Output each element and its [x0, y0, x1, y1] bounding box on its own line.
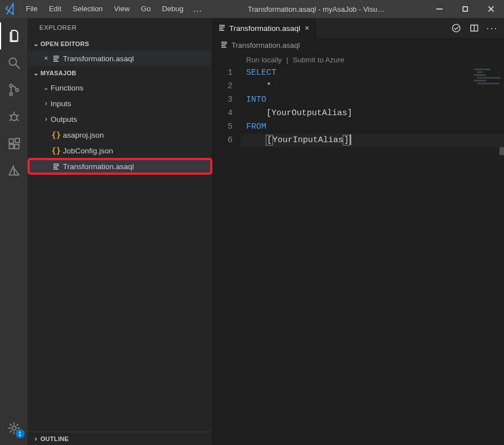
svg-rect-16	[9, 144, 13, 149]
explorer-title: EXPLORER	[28, 18, 212, 37]
tree-file-transformation[interactable]: Transformation.asaql	[28, 158, 212, 174]
code-token: ]	[343, 135, 350, 146]
tree-file-asaproj[interactable]: {} asaproj.json	[28, 127, 212, 143]
tree-label: JobConfig.json	[63, 147, 212, 155]
line-number: 4	[212, 107, 233, 120]
menu-view[interactable]: View	[108, 0, 135, 18]
window-title: Transformation.asaql - myAsaJob - Visu…	[206, 5, 426, 13]
editor-area: Transformation.asaql × ··· Transformatio…	[212, 18, 504, 445]
scrollbar[interactable]	[500, 147, 504, 155]
chevron-right-icon: ›	[31, 435, 40, 443]
breadcrumb[interactable]: Transformation.asaql	[212, 38, 504, 53]
code-indent	[246, 81, 266, 91]
code-token: *	[266, 81, 271, 91]
submit-to-azure-link[interactable]: Submit to Azure	[293, 56, 344, 64]
svg-rect-15	[9, 139, 13, 143]
editor-tabs: Transformation.asaql × ···	[212, 18, 504, 38]
menu-debug[interactable]: Debug	[156, 0, 189, 18]
svg-rect-1	[463, 7, 467, 11]
project-header[interactable]: ⌄ MYASAJOB	[28, 66, 212, 80]
split-editor-icon[interactable]	[469, 23, 479, 33]
window-close-button[interactable]	[478, 0, 504, 18]
activity-extensions-icon[interactable]	[0, 130, 28, 157]
menu-edit[interactable]: Edit	[43, 0, 67, 18]
code-content[interactable]: SELECT * INTO [YourOutputAlias] FROM [Yo…	[240, 66, 504, 445]
code-token: [	[266, 108, 271, 118]
code-indent	[246, 108, 266, 118]
code-token: INTO	[246, 95, 266, 105]
chevron-down-icon: ⌄	[42, 84, 51, 92]
code-lens-actions: Run locally | Submit to Azure	[212, 53, 504, 66]
run-check-icon[interactable]	[451, 23, 461, 33]
window-maximize-button[interactable]	[452, 0, 478, 18]
code-lens-separator: |	[284, 56, 290, 64]
tree-folder-inputs[interactable]: › Inputs	[28, 96, 212, 111]
activity-azure-icon[interactable]	[0, 157, 28, 184]
open-editors-header[interactable]: ⌄ OPEN EDITORS	[28, 37, 212, 51]
minimap[interactable]	[474, 69, 502, 91]
code-indent	[246, 135, 266, 145]
explorer-panel: EXPLORER ⌄ OPEN EDITORS × Transformation…	[28, 18, 212, 445]
tree-label: Functions	[51, 84, 212, 92]
tree-folder-functions[interactable]: ⌄ Functions	[28, 80, 212, 96]
open-editor-item[interactable]: × Transformation.asaql	[28, 51, 212, 66]
close-tab-icon[interactable]: ×	[303, 24, 310, 33]
svg-line-14	[16, 119, 18, 120]
line-number-gutter: 1 2 3 4 5 6	[212, 66, 240, 445]
line-number: 2	[212, 80, 233, 93]
tab-label: Transformation.asaql	[229, 24, 300, 33]
tree-label: asaproj.json	[63, 131, 212, 139]
activity-bar: 1	[0, 18, 28, 445]
activity-settings-icon[interactable]: 1	[0, 415, 28, 442]
line-number: 5	[212, 120, 233, 134]
open-editor-label: Transformation.asaql	[63, 55, 212, 63]
chevron-down-icon: ⌄	[31, 69, 40, 77]
tree-label: Transformation.asaql	[63, 162, 212, 171]
code-token: YourOutputAlias	[271, 108, 347, 118]
activity-search-icon[interactable]	[0, 49, 28, 76]
outline-header[interactable]: › OUTLINE	[28, 432, 212, 445]
tree-file-jobconfig[interactable]: {} JobConfig.json	[28, 143, 212, 158]
svg-line-5	[16, 65, 20, 69]
more-icon[interactable]: ···	[487, 23, 497, 33]
chevron-right-icon: ›	[42, 115, 51, 123]
code-token: YourInputAlias	[273, 135, 343, 145]
menu-file[interactable]: File	[20, 0, 43, 18]
line-number: 6	[212, 134, 233, 147]
open-editors-label: OPEN EDITORS	[40, 40, 89, 47]
tree-label: Outputs	[51, 115, 212, 124]
file-lines-icon	[218, 24, 226, 33]
project-tree: ⌄ Functions › Inputs › Outputs {} asapro…	[28, 80, 212, 174]
chevron-down-icon: ⌄	[31, 40, 40, 48]
menu-go[interactable]: Go	[135, 0, 156, 18]
file-lines-icon	[220, 40, 228, 50]
window-minimize-button[interactable]	[426, 0, 452, 18]
close-editor-icon[interactable]: ×	[42, 55, 51, 62]
vscode-logo	[0, 2, 20, 16]
json-icon: {}	[51, 146, 62, 155]
settings-badge: 1	[16, 429, 25, 438]
line-number: 1	[212, 66, 233, 80]
code-token: ]	[347, 108, 352, 118]
activity-explorer-icon[interactable]	[0, 22, 28, 49]
file-lines-icon	[51, 55, 62, 62]
menu-bar: File Edit Selection View Go Debug	[20, 0, 189, 18]
activity-source-control-icon[interactable]	[0, 76, 28, 103]
svg-point-4	[9, 58, 16, 65]
code-editor[interactable]: 1 2 3 4 5 6 SELECT * INTO [YourOutputAli…	[212, 66, 504, 445]
svg-rect-18	[15, 138, 20, 143]
chevron-right-icon: ›	[42, 99, 51, 107]
code-token: SELECT	[246, 68, 276, 78]
tree-folder-outputs[interactable]: › Outputs	[28, 111, 212, 127]
run-locally-link[interactable]: Run locally	[246, 56, 282, 64]
activity-debug-icon[interactable]	[0, 103, 28, 130]
menu-overflow-icon[interactable]: …	[189, 4, 206, 14]
tab-transformation[interactable]: Transformation.asaql ×	[212, 18, 317, 38]
outline-label: OUTLINE	[40, 435, 69, 442]
menu-selection[interactable]: Selection	[67, 0, 108, 18]
breadcrumb-text: Transformation.asaql	[231, 41, 300, 49]
code-token: FROM	[246, 122, 266, 131]
json-icon: {}	[51, 130, 62, 139]
line-number: 3	[212, 93, 233, 107]
svg-point-19	[12, 426, 16, 430]
